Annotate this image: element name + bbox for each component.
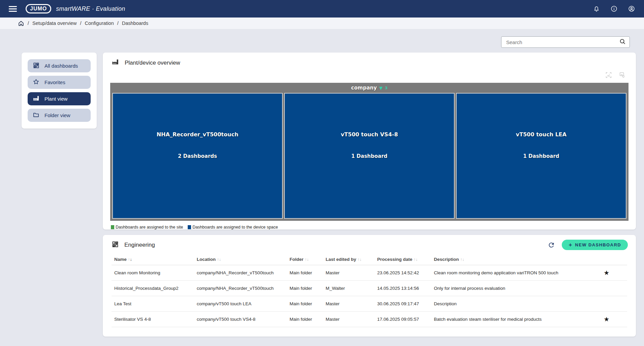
column-header-processing-date[interactable]: Processing date ↑↓ — [374, 254, 431, 265]
sidebar-item-folder-view[interactable]: Folder view — [28, 109, 91, 122]
device-tile-name: vT500 touch VS4-8 — [341, 131, 398, 138]
panel-title: Plant/device overview — [125, 60, 180, 66]
home-icon[interactable] — [18, 20, 24, 27]
cell-location: company/NHA_Recorder_vT500touch — [194, 281, 287, 296]
legend-device-label: Dashboards are assigned to the device sp… — [192, 225, 278, 230]
dashboard-table-body: Clean room Monitoring company/NHA_Record… — [112, 265, 627, 327]
cell-description: Batch evaluation steam steriliser for me… — [431, 312, 586, 327]
dashboard-table: Name ↑↓ Location ↑↓ Folder ↑↓ Last edite… — [112, 254, 627, 327]
search-icon[interactable] — [619, 38, 626, 46]
cell-processing-date: 17.06.2025 09:05:57 — [374, 312, 431, 327]
cell-name[interactable]: Clean room Monitoring — [112, 265, 194, 281]
table-row[interactable]: Lea Test company/vT500 touch LEA Main fo… — [112, 296, 627, 312]
sidebar-item-label: Favorites — [44, 79, 65, 85]
device-tile-count: 1 Dashboard — [351, 153, 387, 159]
cell-folder: Main folder — [287, 281, 323, 296]
breadcrumb-item-dashboards[interactable]: Dashboards — [122, 21, 148, 26]
dashboard-grid-icon — [112, 241, 119, 249]
plus-icon: + — [569, 242, 572, 248]
folder-icon — [33, 111, 39, 119]
app-title: smartWARE · Evaluation — [56, 5, 125, 12]
cell-last-edited-by: Master — [323, 312, 374, 327]
cell-last-edited-by: Master — [323, 296, 374, 312]
refresh-icon[interactable] — [548, 241, 555, 249]
breadcrumb-separator: / — [117, 21, 119, 26]
sidebar-item-plant-view[interactable]: Plant view — [28, 92, 91, 105]
search-box — [501, 36, 630, 48]
cell-name[interactable]: Sterilisator VS 4-8 — [112, 312, 194, 327]
device-tile-vt500-lea[interactable]: vT500 touch LEA 1 Dashboard — [456, 93, 626, 219]
jumo-logo: JUMO — [26, 4, 51, 13]
engineering-panel: Engineering + NEW DASHBOARD — [103, 235, 636, 337]
plant-device-overview-panel: Plant/device overview — [103, 53, 636, 230]
notifications-bell-icon[interactable] — [593, 5, 600, 12]
info-icon[interactable] — [610, 5, 618, 12]
factory-icon — [33, 95, 39, 103]
assignment-legend: Dashboards are assigned to the site Dash… — [111, 225, 636, 230]
table-row[interactable]: Sterilisator VS 4-8 company/vT500 touch … — [112, 312, 627, 327]
plant-map-frame: company ▼3 NHA_Recorder_vT500touch 2 Das… — [110, 83, 628, 221]
cell-folder: Main folder — [287, 312, 323, 327]
factory-icon — [112, 58, 119, 67]
company-group-label: company — [351, 85, 377, 91]
table-row[interactable]: Clean room Monitoring company/NHA_Record… — [112, 265, 627, 281]
cell-name[interactable]: Historical_Processdata_Group2 — [112, 281, 194, 296]
sidebar-item-label: All dashboards — [44, 63, 78, 69]
favorite-star-icon[interactable]: ★ — [604, 316, 609, 323]
cell-folder: Main folder — [287, 296, 323, 312]
column-header-favorite — [586, 254, 627, 265]
view-sidebar: All dashboards Favorites Plant view — [22, 53, 97, 129]
column-header-description[interactable]: Description ↑↓ — [431, 254, 586, 265]
cell-processing-date: 14.05.2025 13:14:56 — [374, 281, 431, 296]
breadcrumb-item-setup[interactable]: Setup/data overview — [32, 21, 76, 26]
column-header-name[interactable]: Name ↑↓ — [112, 254, 194, 265]
cell-last-edited-by: Master — [323, 265, 374, 281]
legend-site-swatch — [111, 225, 114, 229]
cell-processing-date: 30.06.2025 09:17:47 — [374, 296, 431, 312]
star-icon — [33, 78, 39, 86]
device-tile-nha-recorder[interactable]: NHA_Recorder_vT500touch 2 Dashboards — [112, 93, 283, 219]
legend-device-swatch — [188, 225, 191, 229]
cell-location: company/vT500 touch LEA — [194, 296, 287, 312]
legend-site-label: Dashboards are assigned to the site — [116, 225, 183, 230]
fit-image-icon[interactable] — [605, 71, 612, 80]
device-tile-count: 2 Dashboards — [178, 153, 217, 159]
device-tile-name: vT500 touch LEA — [516, 131, 566, 138]
table-row[interactable]: Historical_Processdata_Group2 company/NH… — [112, 281, 627, 296]
collapse-triangle-icon: ▼ — [379, 85, 382, 91]
cell-location: company/NHA_Recorder_vT500touch — [194, 265, 287, 281]
column-header-last-edited-by[interactable]: Last edited by ↑↓ — [323, 254, 374, 265]
sidebar-item-favorites[interactable]: Favorites — [28, 76, 91, 89]
new-dashboard-button[interactable]: + NEW DASHBOARD — [562, 240, 628, 250]
account-icon[interactable] — [628, 5, 635, 12]
column-header-folder[interactable]: Folder ↑↓ — [287, 254, 323, 265]
sidebar-item-label: Plant view — [44, 96, 67, 102]
cell-name[interactable]: Lea Test — [112, 296, 194, 312]
breadcrumb-separator: / — [80, 21, 81, 26]
breadcrumb-item-configuration[interactable]: Configuration — [85, 21, 114, 26]
company-group-header[interactable]: company ▼3 — [112, 83, 626, 93]
cell-description: Clean room monitoring demo application v… — [431, 265, 586, 281]
sidebar-item-all-dashboards[interactable]: All dashboards — [28, 59, 91, 72]
group-count-badge: 3 — [385, 86, 388, 90]
pan-image-icon[interactable] — [618, 71, 626, 80]
cell-description: Description — [431, 296, 586, 312]
panel-title: Engineering — [124, 242, 155, 248]
device-tile-name: NHA_Recorder_vT500touch — [157, 131, 239, 138]
cell-last-edited-by: M_Walter — [323, 281, 374, 296]
cell-folder: Main folder — [287, 265, 323, 281]
device-tile-vt500-vs4-8[interactable]: vT500 touch VS4-8 1 Dashboard — [284, 93, 455, 219]
dashboard-grid-icon — [33, 62, 39, 70]
column-header-location[interactable]: Location ↑↓ — [194, 254, 287, 265]
cell-location: company/vT500 touch VS4-8 — [194, 312, 287, 327]
favorite-star-icon[interactable]: ★ — [604, 269, 609, 276]
search-input[interactable] — [506, 39, 619, 45]
top-navbar: JUMO smartWARE · Evaluation — [0, 0, 644, 18]
menu-icon[interactable] — [9, 6, 17, 12]
cell-description: Only for internal process evaluation — [431, 281, 586, 296]
cell-processing-date: 23.06.2025 14:52:42 — [374, 265, 431, 281]
sidebar-item-label: Folder view — [44, 112, 70, 118]
table-header-row: Name ↑↓ Location ↑↓ Folder ↑↓ Last edite… — [112, 254, 627, 265]
breadcrumb: / Setup/data overview / Configuration / … — [0, 18, 644, 29]
breadcrumb-separator: / — [28, 21, 29, 26]
